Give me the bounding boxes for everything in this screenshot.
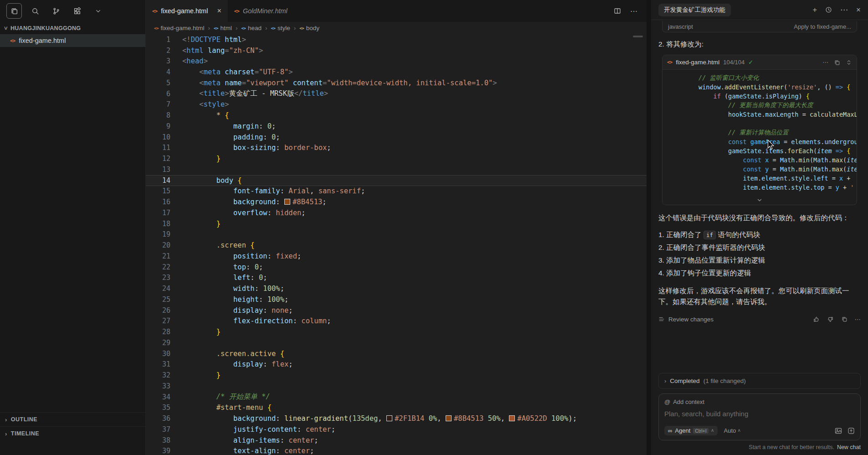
code-line[interactable]: 15 font-family: Arial, sans-serif; — [146, 186, 647, 197]
code-line[interactable]: item.element.style.left = x + — [663, 174, 857, 183]
code-line[interactable]: 10 padding: 0; — [146, 132, 647, 143]
search-icon[interactable] — [27, 3, 43, 19]
color-swatch[interactable] — [386, 415, 392, 421]
code-line[interactable]: 1<!DOCTYPE html> — [146, 34, 647, 45]
code-line[interactable]: 24 width: 100%; — [146, 283, 647, 294]
code-line[interactable]: 34 /* 开始菜单 */ — [146, 392, 647, 403]
apply-button[interactable]: Apply to fixed-game... — [794, 23, 851, 30]
code-line[interactable]: 14 body { — [146, 175, 647, 186]
code-line[interactable]: 31 display: flex; — [146, 359, 647, 370]
code-line[interactable]: 27 flex-direction: column; — [146, 316, 647, 327]
model-selector[interactable]: Auto ˄ — [724, 427, 741, 434]
copy-response-icon[interactable] — [841, 316, 847, 322]
code-line[interactable]: 37 justify-content: center; — [146, 424, 647, 435]
code-line[interactable]: 28 } — [146, 326, 647, 337]
attach-image-icon[interactable] — [835, 427, 842, 434]
code-line[interactable]: // 监听窗口大小变化 — [663, 73, 857, 83]
editor-more-icon[interactable]: ⋯ — [630, 7, 637, 16]
expand-icon[interactable] — [846, 59, 852, 66]
review-changes-button[interactable]: Review changes — [668, 316, 714, 323]
send-icon[interactable] — [847, 427, 855, 434]
code-line[interactable]: 39 text-align: center; — [146, 446, 647, 455]
chat-title-tab[interactable]: 开发黄金矿工游戏功能 — [658, 4, 731, 16]
code-line[interactable]: 38 align-items: center; — [146, 435, 647, 446]
tab-fixed-game[interactable]: <> fixed-game.html × — [146, 0, 228, 22]
code-line[interactable]: // 重新计算物品位置 — [663, 128, 857, 137]
agent-mode-selector[interactable]: ∞ Agent Ctrl+I ˄ — [664, 426, 718, 435]
code-line[interactable]: 13 — [146, 164, 647, 175]
breadcrumb-item[interactable]: <>fixed-game.html — [154, 25, 205, 31]
history-icon[interactable] — [825, 6, 832, 13]
code-line[interactable]: gameState.items.forEach(item => { — [663, 146, 857, 155]
code-line[interactable]: 21 position: fixed; — [146, 251, 647, 262]
outline-section[interactable]: › OUTLINE — [0, 412, 145, 426]
code-line[interactable]: 9 margin: 0; — [146, 121, 647, 132]
code-line[interactable]: const y = Math.min(Math.max(ite — [663, 165, 857, 174]
more-views-chevron-icon[interactable] — [90, 3, 106, 19]
code-line[interactable]: 18 } — [146, 218, 647, 229]
sidebar-item-fixed-game[interactable]: <> fixed-game.html — [0, 34, 145, 47]
breadcrumb-item[interactable]: <>head — [241, 25, 262, 31]
code-line[interactable]: 12 } — [146, 153, 647, 164]
code-line[interactable]: 29 — [146, 337, 647, 348]
completed-summary[interactable]: › Completed (1 file changed) — [658, 373, 861, 389]
code-line[interactable]: 17 overflow: hidden; — [146, 207, 647, 218]
new-chat-icon[interactable]: + — [812, 5, 817, 15]
code-line[interactable]: const gameArea = elements.undergrou — [663, 137, 857, 146]
code-line[interactable]: 32 } — [146, 370, 647, 381]
code-line[interactable]: 22 top: 0; — [146, 262, 647, 273]
extensions-icon[interactable] — [69, 3, 85, 19]
code-block-filename[interactable]: fixed-game.html — [676, 59, 719, 66]
code-line[interactable]: 6 <title>黄金矿工 - MRSK版</title> — [146, 88, 647, 99]
code-line[interactable]: hookState.maxLength = calculateMaxL — [663, 110, 857, 119]
breadcrumb-item[interactable]: <>style — [271, 25, 290, 31]
breadcrumb-item[interactable]: <>body — [299, 25, 319, 31]
code-line[interactable]: 26 display: none; — [146, 305, 647, 316]
block-more-icon[interactable]: ⋯ — [822, 59, 828, 66]
code-line[interactable]: 11 box-sizing: border-box; — [146, 143, 647, 154]
timeline-section[interactable]: › TIMELINE — [0, 426, 145, 440]
color-swatch[interactable] — [509, 415, 515, 421]
thumbs-down-icon[interactable] — [827, 316, 834, 323]
color-swatch[interactable] — [284, 199, 290, 205]
minimap-indicator[interactable] — [633, 36, 643, 37]
explorer-view-icon[interactable] — [6, 3, 22, 19]
code-line[interactable]: 3<head> — [146, 56, 647, 67]
code-line[interactable]: 5 <meta name="viewport" content="width=d… — [146, 78, 647, 88]
code-editor[interactable]: 1<!DOCTYPE html>2<html lang="zh-CN">3<he… — [146, 34, 647, 455]
copy-icon[interactable] — [834, 59, 840, 66]
chat-more-icon[interactable]: ⋯ — [840, 5, 848, 15]
code-line[interactable]: 2<html lang="zh-CN"> — [146, 45, 647, 56]
explorer-section-header[interactable]: ˅ HUANGJINKUANGGONG — [0, 22, 145, 34]
code-line[interactable]: 33 — [146, 381, 647, 392]
tab-goldminer[interactable]: <> GoldMiner.html — [228, 0, 294, 22]
new-chat-link[interactable]: New chat — [837, 444, 861, 450]
code-line[interactable]: if (gameState.isPlaying) { — [663, 92, 857, 101]
code-line[interactable]: 30 .screen.active { — [146, 348, 647, 359]
code-line[interactable]: 23 left: 0; — [146, 273, 647, 284]
expand-down-chevron-icon[interactable] — [663, 196, 857, 205]
tab-close-icon[interactable]: × — [217, 7, 221, 15]
code-line[interactable]: 20 .screen { — [146, 240, 647, 251]
code-line[interactable]: 4 <meta charset="UTF-8"> — [146, 67, 647, 78]
chat-input-placeholder[interactable]: Plan, search, build anything — [664, 410, 855, 418]
code-line[interactable]: 8 * { — [146, 110, 647, 121]
thumbs-up-icon[interactable] — [813, 316, 820, 323]
chat-input-box[interactable]: @ Add context Plan, search, build anythi… — [658, 393, 861, 440]
source-control-icon[interactable] — [48, 3, 64, 19]
code-line[interactable]: window.addEventListener('resize', () => … — [663, 83, 857, 92]
code-line[interactable]: // 更新当前角度下的最大长度 — [663, 101, 857, 110]
code-line[interactable] — [663, 119, 857, 128]
split-editor-icon[interactable] — [614, 7, 621, 15]
code-line[interactable]: const x = Math.min(Math.max(ite — [663, 155, 857, 165]
response-more-icon[interactable]: ⋯ — [855, 315, 861, 323]
panel-divider[interactable] — [647, 0, 651, 455]
code-line[interactable]: 36 background: linear-gradient(135deg, #… — [146, 413, 647, 424]
code-block-body[interactable]: // 监听窗口大小变化 window.addEventListener('res… — [663, 70, 857, 196]
code-line[interactable]: 25 height: 100%; — [146, 294, 647, 305]
color-swatch[interactable] — [446, 415, 452, 421]
breadcrumb-item[interactable]: <>html — [214, 25, 232, 31]
add-context-button[interactable]: @ Add context — [664, 398, 855, 405]
code-line[interactable]: 19 — [146, 229, 647, 240]
chat-close-icon[interactable]: × — [856, 5, 861, 15]
